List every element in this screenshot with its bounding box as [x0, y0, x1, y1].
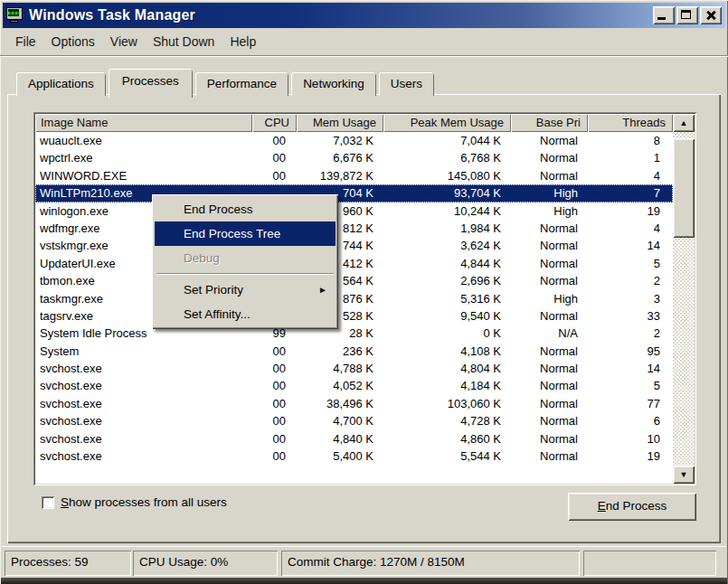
status-panel-1: Processes: 59 [5, 551, 131, 576]
cell-pri: High [511, 290, 588, 307]
process-row-system[interactable]: System00236 K4,108 KNormal95 [35, 343, 673, 360]
cell-pri: N/A [511, 325, 588, 342]
cell-pri: Normal [511, 132, 588, 149]
menu-options[interactable]: Options [52, 34, 95, 49]
status-panel-3: Commit Charge: 1270M / 8150M [281, 551, 580, 576]
scroll-up-button[interactable]: ▲ [673, 114, 695, 132]
cell-name: svchost.exe [35, 377, 252, 394]
cell-threads: 8 [588, 132, 673, 149]
process-row-svchost-exe[interactable]: svchost.exe004,700 K4,728 KNormal6 [35, 412, 673, 429]
tab-strip: ApplicationsProcessesPerformanceNetworki… [16, 69, 437, 96]
process-row-updaterui-exe[interactable]: UpdaterUI.exe412 K4,844 KNormal5 [35, 255, 673, 272]
cell-pri: Normal [511, 307, 588, 325]
cell-mem: 7,032 K [297, 132, 383, 149]
cell-threads: 19 [588, 203, 673, 220]
cell-mem: 4,840 K [297, 430, 383, 447]
menu-separator [156, 273, 334, 275]
menu-shut-down[interactable]: Shut Down [153, 34, 214, 49]
scroll-down-button[interactable]: ▼ [673, 466, 695, 484]
cell-threads: 2 [588, 325, 673, 342]
context-menu-item-debug: Debug [155, 246, 336, 270]
cell-mem: 4,700 K [297, 412, 383, 429]
cell-cpu: 00 [252, 132, 297, 149]
minimize-button[interactable] [653, 6, 675, 24]
cell-peak: 4,860 K [383, 430, 511, 447]
end-process-button[interactable]: End Process [568, 493, 696, 521]
submenu-arrow-icon: ► [318, 278, 327, 302]
process-row-svchost-exe[interactable]: svchost.exe004,788 K4,804 KNormal14 [35, 360, 673, 377]
cell-pri: Normal [511, 343, 588, 360]
process-row-winword-exe[interactable]: WINWORD.EXE00139,872 K145,080 KNormal4 [35, 167, 673, 184]
context-menu-item-end-process[interactable]: End Process [155, 197, 336, 221]
tab-processes[interactable]: Processes [109, 69, 193, 98]
cell-pri: High [511, 203, 588, 220]
cell-threads: 95 [588, 343, 673, 360]
process-row-winltpm210-exe[interactable]: WinLTPm210.exe704 K93,704 KHigh7 [35, 184, 673, 202]
cell-pri: Normal [511, 220, 588, 237]
process-row-svchost-exe[interactable]: svchost.exe004,052 K4,184 KNormal5 [35, 377, 673, 394]
process-row-vstskmgr-exe[interactable]: vstskmgr.exe744 K3,624 KNormal14 [35, 237, 673, 254]
menu-view[interactable]: View [110, 34, 137, 49]
vertical-scrollbar[interactable]: ▲ ▼ [673, 114, 695, 484]
tab-users[interactable]: Users [379, 72, 434, 96]
show-all-users-checkbox[interactable] [42, 496, 54, 509]
maximize-button[interactable] [676, 6, 698, 24]
cell-threads: 10 [588, 430, 673, 447]
tab-applications[interactable]: Applications [16, 72, 106, 96]
menu-file[interactable]: File [15, 34, 36, 49]
cell-mem: 4,052 K [297, 377, 383, 394]
scrollbar-thumb[interactable] [673, 138, 695, 238]
process-row-system-idle-process[interactable]: System Idle Process9928 K0 KN/A2 [35, 325, 673, 342]
menu-item-label: End Process Tree [184, 227, 280, 240]
menu-item-label: Set Priority [184, 283, 243, 297]
column-header-base-pri[interactable]: Base Pri [511, 114, 588, 132]
status-bar: Processes: 59CPU Usage: 0%Commit Charge:… [2, 546, 726, 579]
process-list-rows: wuauclt.exe007,032 K7,044 KNormal8wpctrl… [35, 132, 673, 484]
process-row-taskmgr-exe[interactable]: taskmgr.exe876 K5,316 KHigh3 [35, 290, 673, 307]
title-bar[interactable]: Windows Task Manager [3, 3, 725, 28]
cell-name: wuauclt.exe [35, 132, 252, 149]
menu-help[interactable]: Help [230, 34, 256, 49]
cell-mem: 6,676 K [297, 149, 383, 166]
context-menu-item-set-affinity[interactable]: Set Affinity... [155, 302, 336, 326]
column-header-threads[interactable]: Threads [588, 114, 673, 132]
cell-name: svchost.exe [35, 360, 252, 377]
tab-performance[interactable]: Performance [195, 72, 288, 96]
column-header-cpu[interactable]: CPU [252, 114, 297, 132]
cell-mem: 4,788 K [297, 360, 383, 377]
window-controls [653, 6, 722, 24]
cell-cpu: 00 [252, 430, 297, 447]
window-title: Windows Task Manager [29, 7, 195, 24]
close-button[interactable] [700, 6, 722, 24]
cell-peak: 103,060 K [383, 395, 511, 412]
process-list[interactable]: Image NameCPUMem UsagePeak Mem UsageBase… [33, 112, 696, 485]
cell-threads: 2 [588, 272, 673, 289]
process-row-tbmon-exe[interactable]: tbmon.exe564 K2,696 KNormal2 [35, 272, 673, 289]
cell-pri: Normal [511, 360, 588, 377]
cell-threads: 5 [588, 255, 673, 272]
cell-mem: 5,400 K [297, 447, 383, 465]
process-row-svchost-exe[interactable]: svchost.exe005,400 K5,544 KNormal19 [35, 447, 673, 465]
column-header-mem-usage[interactable]: Mem Usage [297, 114, 383, 132]
process-row-wdfmgr-exe[interactable]: wdfmgr.exe812 K1,984 KNormal4 [35, 220, 673, 237]
cell-pri: Normal [511, 149, 588, 166]
cell-threads: 1 [588, 149, 673, 166]
tab-networking[interactable]: Networking [291, 72, 376, 96]
show-all-users-label: Show processes from all users [61, 495, 227, 509]
process-row-svchost-exe[interactable]: svchost.exe004,840 K4,860 KNormal10 [35, 430, 673, 447]
process-row-tagsrv-exe[interactable]: tagsrv.exe528 K9,540 KNormal33 [35, 307, 673, 325]
process-row-svchost-exe[interactable]: svchost.exe0038,496 K103,060 KNormal77 [35, 395, 673, 412]
menu-item-label: End Process [184, 203, 253, 216]
cell-cpu: 00 [252, 167, 297, 184]
process-row-wpctrl-exe[interactable]: wpctrl.exe006,676 K6,768 KNormal1 [35, 149, 673, 166]
status-panel-2: CPU Usage: 0% [133, 551, 278, 576]
column-header-peak-mem-usage[interactable]: Peak Mem Usage [383, 114, 511, 132]
process-context-menu: End ProcessEnd Process TreeDebugSet Prio… [152, 194, 338, 329]
process-row-winlogon-exe[interactable]: winlogon.exe960 K10,244 KHigh19 [35, 203, 673, 220]
process-row-wuauclt-exe[interactable]: wuauclt.exe007,032 K7,044 KNormal8 [35, 132, 673, 149]
context-menu-item-end-process-tree[interactable]: End Process Tree [155, 221, 336, 246]
cell-pri: Normal [511, 167, 588, 184]
column-header-image-name[interactable]: Image Name [35, 114, 252, 132]
context-menu-item-set-priority[interactable]: Set Priority► [155, 278, 336, 302]
cell-cpu: 00 [252, 360, 297, 377]
